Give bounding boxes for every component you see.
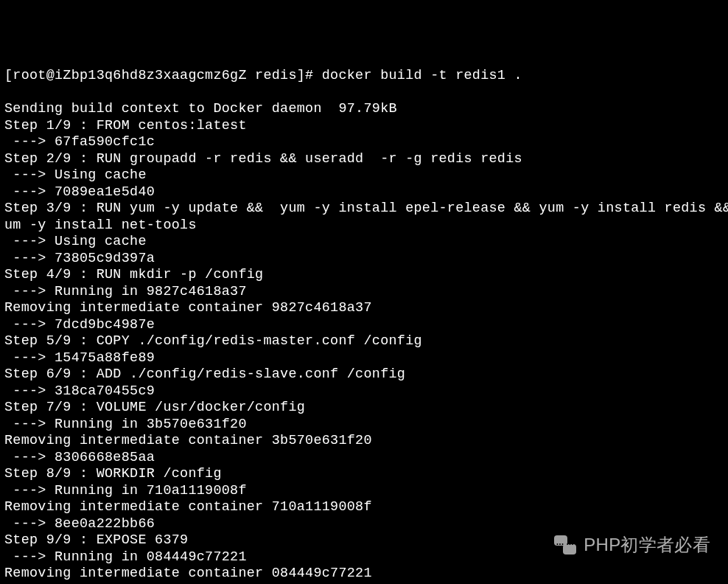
- terminal-line: Step 1/9 : FROM centos:latest: [4, 118, 724, 135]
- watermark-text: PHP初学者必看: [584, 537, 710, 554]
- terminal-line: ---> Running in 710a1119008f: [4, 483, 724, 500]
- terminal-line-prompt[interactable]: [root@iZbp13q6hd8z3xaagcmz6gZ redis]# do…: [4, 68, 724, 85]
- terminal-line: ---> 8ee0a222bb66: [4, 516, 724, 533]
- terminal-line: ---> 318ca70455c9: [4, 383, 724, 400]
- terminal-line: Step 7/9 : VOLUME /usr/docker/config: [4, 400, 724, 417]
- terminal-line: ---> 67fa590cfc1c: [4, 134, 724, 151]
- terminal-line: Step 5/9 : COPY ./config/redis-master.co…: [4, 333, 724, 350]
- terminal-line: Step 3/9 : RUN yum -y update && yum -y i…: [4, 201, 724, 218]
- terminal-line: Step 8/9 : WORKDIR /config: [4, 466, 724, 483]
- terminal-line: ---> Running in 3b570e631f20: [4, 417, 724, 434]
- terminal-line: Removing intermediate container 084449c7…: [4, 566, 724, 583]
- terminal-line: ---> 7089ea1e5d40: [4, 184, 724, 201]
- terminal-line: Sending build context to Docker daemon 9…: [4, 101, 724, 118]
- terminal-line: um -y install net-tools: [4, 218, 724, 234]
- terminal-line: Step 2/9 : RUN groupadd -r redis && user…: [4, 151, 724, 168]
- terminal-line: ---> Running in 9827c4618a37: [4, 284, 724, 301]
- watermark: ••• ••• PHP初学者必看: [554, 535, 710, 555]
- terminal-line: ---> Using cache: [4, 234, 724, 251]
- terminal-line: Step 6/9 : ADD ./config/redis-slave.conf…: [4, 366, 724, 383]
- terminal-line: Removing intermediate container 710a1119…: [4, 499, 724, 516]
- terminal-line: Removing intermediate container 9827c461…: [4, 300, 724, 317]
- terminal-line: Removing intermediate container 3b570e63…: [4, 433, 724, 450]
- terminal-line: ---> 73805c9d397a: [4, 251, 724, 268]
- terminal-line: ---> 15475a88fe89: [4, 350, 724, 367]
- terminal-line: ---> 8306668e85aa: [4, 450, 724, 467]
- wechat-icon: ••• •••: [554, 535, 576, 555]
- terminal-line: ---> 7dcd9bc4987e: [4, 317, 724, 334]
- terminal-line: Step 4/9 : RUN mkdir -p /config: [4, 267, 724, 284]
- terminal-output: Sending build context to Docker daemon 9…: [4, 101, 724, 584]
- terminal-line: ---> Using cache: [4, 167, 724, 184]
